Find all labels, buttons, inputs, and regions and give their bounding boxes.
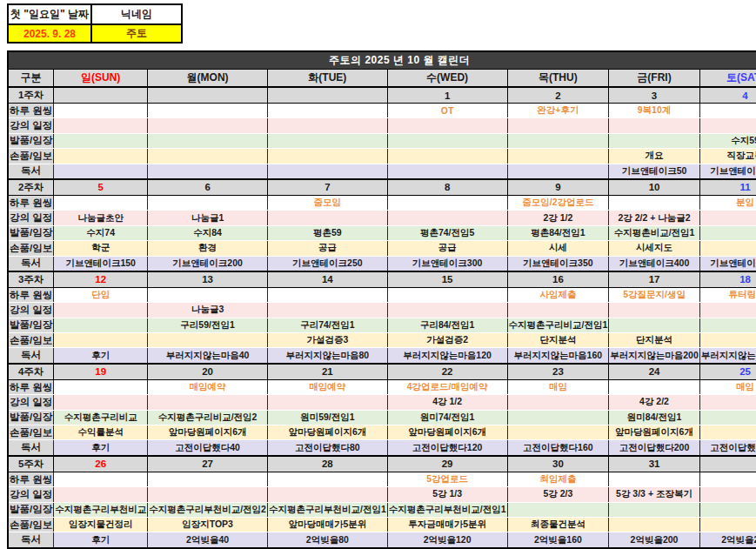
calendar-cell[interactable]: 매임예약 (148, 379, 268, 394)
calendar-cell[interactable]: 수지평촌구리비교/전임2 (148, 410, 268, 425)
calendar-cell[interactable] (148, 149, 268, 164)
calendar-cell[interactable] (54, 472, 148, 486)
calendar-cell[interactable] (609, 133, 700, 148)
calendar-cell[interactable] (387, 287, 507, 302)
calendar-cell[interactable] (267, 211, 387, 225)
calendar-cell[interactable] (54, 379, 148, 394)
calendar-cell[interactable]: 학군 (54, 241, 148, 256)
calendar-cell[interactable]: 4강 1/2 (387, 395, 507, 410)
calendar-cell[interactable] (699, 118, 756, 133)
calendar-cell[interactable] (609, 195, 700, 210)
calendar-cell[interactable]: 원미59/전임1 (267, 410, 387, 425)
calendar-cell[interactable] (699, 517, 756, 532)
calendar-cell[interactable]: 최종물건분석 (507, 517, 609, 532)
calendar-cell[interactable] (507, 118, 609, 133)
calendar-cell[interactable] (387, 118, 507, 133)
calendar-cell[interactable]: 기브앤테이크50 (609, 164, 700, 179)
calendar-cell[interactable]: 공급 (387, 241, 507, 256)
calendar-cell[interactable] (267, 487, 387, 502)
calendar-cell[interactable]: 시세지도 (609, 241, 700, 256)
calendar-cell[interactable]: 후기 (54, 348, 148, 364)
calendar-cell[interactable] (54, 164, 148, 179)
calendar-cell[interactable]: 구리74/전임1 (267, 318, 387, 332)
calendar-cell[interactable]: 앞마당원페이지6개 (267, 425, 387, 440)
calendar-cell[interactable]: 매임 (507, 379, 609, 394)
calendar-cell[interactable] (148, 164, 268, 179)
calendar-cell[interactable]: 원미74/전임1 (387, 410, 507, 425)
calendar-cell[interactable]: 앞마당원페이지6개 (387, 425, 507, 440)
calendar-cell[interactable]: 고전이답했다200 (609, 440, 700, 456)
calendar-cell[interactable] (387, 149, 507, 164)
calendar-cell[interactable] (148, 487, 268, 502)
calendar-cell[interactable] (387, 164, 507, 179)
calendar-cell[interactable]: 평촌74/전임5 (387, 225, 507, 240)
calendar-cell[interactable] (54, 104, 148, 118)
calendar-cell[interactable] (387, 303, 507, 318)
calendar-cell[interactable]: 5강 2/3 (507, 487, 609, 502)
calendar-cell[interactable] (699, 225, 756, 240)
calendar-cell[interactable]: 4강 2/2 (609, 395, 700, 410)
calendar-cell[interactable]: 부러지지않는마음240 (699, 348, 756, 364)
calendar-cell[interactable] (148, 133, 268, 148)
calendar-cell[interactable]: 직장교통 (699, 149, 756, 164)
calendar-cell[interactable]: 5강업로드 (387, 472, 507, 486)
calendar-cell[interactable]: 고전이답했다40 (148, 440, 268, 456)
calendar-cell[interactable] (54, 318, 148, 332)
calendar-cell[interactable]: 매임예약 (267, 379, 387, 394)
calendar-cell[interactable] (54, 149, 148, 164)
calendar-cell[interactable] (387, 133, 507, 148)
calendar-cell[interactable] (699, 211, 756, 225)
calendar-cell[interactable] (267, 287, 387, 302)
calendar-cell[interactable]: 고전이답했다240 (699, 440, 756, 456)
calendar-cell[interactable] (267, 303, 387, 318)
calendar-cell[interactable] (267, 472, 387, 486)
calendar-cell[interactable] (148, 118, 268, 133)
calendar-cell[interactable]: 매임 (699, 379, 756, 394)
calendar-cell[interactable]: 수지평촌비교/전임1 (609, 225, 700, 240)
calendar-cell[interactable] (699, 104, 756, 118)
calendar-cell[interactable]: 수지평촌구리부천비교 (54, 502, 148, 517)
calendar-cell[interactable] (699, 487, 756, 502)
calendar-cell[interactable] (148, 395, 268, 410)
calendar-cell[interactable]: 기브앤테이크200 (148, 256, 268, 271)
calendar-cell[interactable]: 최임제출 (507, 472, 609, 486)
calendar-cell[interactable]: 수지84 (148, 225, 268, 240)
calendar-cell[interactable]: 기브앤테이크100 (699, 164, 756, 179)
calendar-cell[interactable]: 수지평촌구리비교 (54, 410, 148, 425)
calendar-cell[interactable] (148, 287, 268, 302)
calendar-cell[interactable] (148, 333, 268, 348)
calendar-cell[interactable]: 줌모임 (267, 195, 387, 210)
calendar-cell[interactable]: 가설검증2 (387, 333, 507, 348)
calendar-cell[interactable]: 나눔글3 (148, 303, 268, 318)
calendar-cell[interactable]: 수지74 (54, 225, 148, 240)
calendar-cell[interactable] (148, 195, 268, 210)
calendar-cell[interactable] (507, 149, 609, 164)
calendar-cell[interactable]: 나눔글초안 (54, 211, 148, 225)
calendar-cell[interactable]: 수익률분석 (54, 425, 148, 440)
calendar-cell[interactable] (699, 472, 756, 486)
calendar-cell[interactable]: 2억빚을160 (507, 532, 609, 548)
calendar-cell[interactable] (699, 425, 756, 440)
calendar-cell[interactable] (54, 487, 148, 502)
calendar-cell[interactable]: 수지평촌구리부천비교/전임1 (387, 502, 507, 517)
calendar-cell[interactable]: 9복10계 (609, 104, 700, 118)
calendar-cell[interactable]: 개요 (609, 149, 700, 164)
calendar-cell[interactable]: 고전이답했다120 (387, 440, 507, 456)
calendar-cell[interactable] (699, 395, 756, 410)
calendar-cell[interactable]: 수지평촌구리부천비교/전임1 (267, 502, 387, 517)
calendar-cell[interactable] (609, 379, 700, 394)
calendar-cell[interactable] (387, 211, 507, 225)
calendar-cell[interactable] (699, 333, 756, 348)
calendar-cell[interactable]: 분임 (699, 195, 756, 210)
calendar-cell[interactable]: 시세 (507, 241, 609, 256)
calendar-cell[interactable]: 임장지TOP3 (148, 517, 268, 532)
calendar-cell[interactable]: OT (387, 104, 507, 118)
calendar-cell[interactable]: 기브앤테이크250 (267, 256, 387, 271)
calendar-cell[interactable] (609, 318, 700, 332)
calendar-cell[interactable]: 5강 1/3 (387, 487, 507, 502)
calendar-cell[interactable]: 2강 1/2 (507, 211, 609, 225)
calendar-cell[interactable]: 평촌84/전임1 (507, 225, 609, 240)
calendar-cell[interactable] (387, 195, 507, 210)
calendar-cell[interactable] (507, 133, 609, 148)
calendar-cell[interactable] (507, 502, 609, 517)
